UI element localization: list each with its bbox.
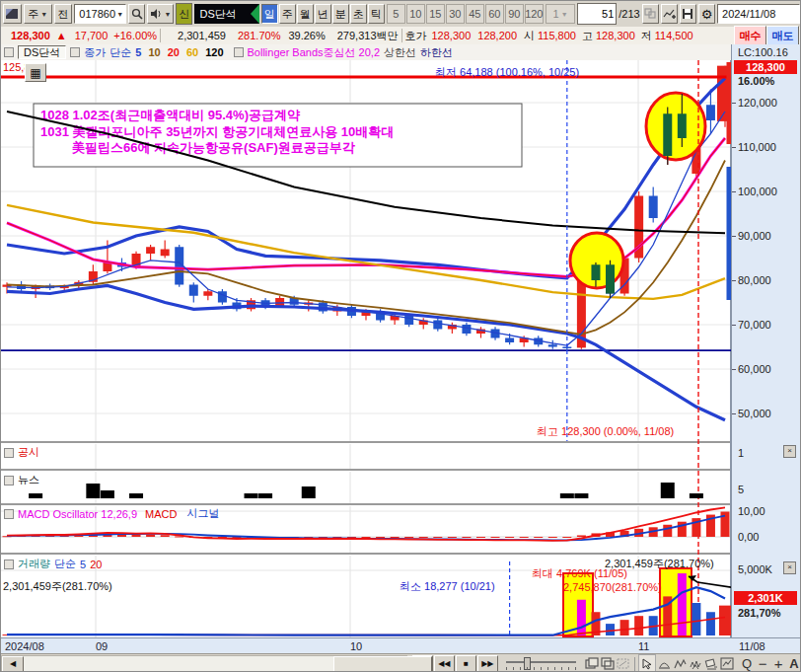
macd-hist-bar — [146, 535, 155, 537]
search-icon[interactable] — [128, 4, 145, 24]
current-volume-chip: 2,301K — [734, 591, 797, 605]
vol-min-note: 최소 18,277 (10/21) — [400, 580, 495, 592]
cascade-windows-icon[interactable] — [584, 655, 600, 672]
period-tab-틱[interactable]: 틱 — [368, 4, 385, 24]
gongsi-panel-header: 공시 — [4, 445, 39, 460]
volume-bar — [606, 624, 615, 635]
panel-toggle-icon[interactable] — [4, 560, 14, 569]
zoom-out-icon[interactable]: − — [755, 655, 770, 672]
legend-toggle-icon[interactable] — [234, 47, 244, 57]
macd-hist-bar — [391, 537, 400, 538]
low-price: 114,500 — [655, 30, 693, 41]
interval-value: 1 — [553, 8, 559, 20]
sound-dropdown[interactable]: ▼ — [147, 4, 174, 24]
volume-bar — [719, 606, 731, 635]
volume-simple-label: 단순 — [54, 557, 76, 571]
prev-stock-button[interactable]: 전 — [54, 4, 73, 24]
trendline-tool-icon[interactable] — [656, 655, 672, 672]
sub-axis-label: 5 — [738, 484, 744, 495]
scrollbar-thumb[interactable] — [333, 656, 432, 672]
sell-button[interactable]: 매도 — [766, 26, 799, 45]
add-chart-icon[interactable] — [661, 4, 678, 24]
candle-body — [505, 338, 514, 343]
volume-ratio: 281.70% — [238, 30, 280, 41]
buy-button[interactable]: 매수 — [734, 26, 766, 45]
price-tick-mark — [732, 236, 736, 237]
tile-windows-icon[interactable] — [600, 655, 616, 672]
stock-name-box[interactable]: DS단석 — [194, 4, 258, 24]
panel-toggle-icon[interactable] — [4, 476, 14, 485]
date-field[interactable]: 2024/11/08 — [717, 4, 800, 24]
playback-button-2[interactable]: ■ — [456, 655, 476, 672]
speed-slider[interactable] — [506, 657, 576, 671]
minute-button-30[interactable]: 30 — [446, 4, 465, 24]
period-tab-년[interactable]: 년 — [315, 4, 331, 24]
macd-hist-bar — [161, 535, 170, 537]
candle-body — [161, 250, 170, 257]
scroll-left-icon[interactable]: ◀ — [2, 656, 24, 672]
chart-settings-icon[interactable] — [719, 655, 735, 672]
macd-hist-bar — [448, 537, 457, 538]
minute-button-90[interactable]: 90 — [505, 4, 524, 24]
price-tick-label: 70,000 — [738, 319, 771, 331]
bollinger-upper-label: 상한선 — [384, 45, 416, 60]
date-label: 11 — [638, 640, 649, 652]
macd-hist-bar — [476, 537, 485, 538]
compare-chart-icon[interactable] — [642, 4, 659, 24]
playback-button-1[interactable]: ◀◀ — [434, 655, 455, 672]
close-panel-icon[interactable]: × — [783, 561, 796, 574]
circled-candle-body — [663, 113, 672, 156]
close-panel-icon[interactable]: × — [783, 445, 796, 458]
stock-code-input[interactable]: 017860▼ — [74, 4, 126, 24]
minute-button-15[interactable]: 15 — [426, 4, 445, 24]
chevron-down-icon: ▼ — [561, 11, 568, 18]
zoom-in-icon[interactable]: + — [770, 655, 786, 672]
magnifier-tool-icon[interactable]: Q — [739, 655, 755, 672]
minute-button-10[interactable]: 10 — [406, 4, 425, 24]
macd-hist-bar — [577, 535, 586, 537]
panel-toggle-icon[interactable] — [4, 509, 14, 519]
minute-button-120[interactable]: 120 — [525, 4, 544, 24]
period-tab-일[interactable]: 일 — [261, 4, 278, 24]
panel-toggle-icon[interactable] — [4, 448, 14, 458]
date-axis[interactable]: 2024/0809101111/08 — [1, 637, 801, 653]
news-bar — [101, 490, 114, 498]
ask-price: 128,200 — [477, 30, 517, 41]
period-tab-분[interactable]: 분 — [332, 4, 349, 24]
text-tool-icon[interactable]: A — [786, 655, 801, 672]
gear-icon[interactable]: ⚙ — [698, 4, 715, 24]
macd-hist-bar — [362, 537, 371, 538]
save-icon[interactable] — [680, 4, 696, 24]
legend-toggle-icon[interactable] — [70, 47, 80, 57]
minute-button-5[interactable]: 5 — [387, 4, 405, 24]
zigzag-tool-icon[interactable] — [672, 655, 688, 672]
chart-plot-area[interactable]: 1028 1.02조(최근매출액대비 95.4%)공급계약1031 美캘리포니아… — [1, 60, 731, 637]
macd-hist-bar — [132, 535, 141, 537]
sub-axis-label: 0,00 — [738, 531, 759, 543]
price-tick-mark — [732, 413, 736, 414]
price-axis[interactable]: LC:100.16 128,300 16.00% 120,000110,0001… — [731, 44, 801, 637]
minute-button-45[interactable]: 45 — [466, 4, 484, 24]
sub-axis-label: 10,00 — [738, 505, 765, 517]
price-tick-mark — [732, 369, 736, 370]
window-switch-icon[interactable] — [3, 4, 22, 24]
stock-type-dropdown[interactable]: 주▼ — [24, 4, 52, 24]
calendar-tool-icon[interactable]: ▦ — [25, 63, 46, 82]
minute-button-60[interactable]: 60 — [485, 4, 504, 24]
legend-toggle-icon[interactable] — [4, 47, 14, 57]
wave-tool-icon[interactable] — [688, 655, 703, 672]
playback-button-3[interactable]: ▶▶ — [477, 655, 498, 672]
period-tab-월[interactable]: 월 — [297, 4, 314, 24]
region-select-icon[interactable] — [616, 655, 631, 672]
period-tab-주[interactable]: 주 — [279, 4, 296, 24]
chart-h-scrollbar[interactable]: ◀ — [1, 655, 407, 672]
sell-label: 매도 — [772, 29, 794, 43]
eraser-tool-icon[interactable] — [703, 655, 719, 672]
pointer-tool-icon[interactable] — [638, 654, 656, 672]
trade-amount: 279,313백만 — [337, 29, 399, 43]
bollinger-label: Bollinger Bands중심선 20,2 — [248, 45, 381, 60]
bar-count-input[interactable] — [577, 3, 617, 25]
macd-hist-bar — [520, 537, 529, 538]
legend-stock-name[interactable]: DS단석 — [18, 45, 66, 59]
period-tab-초[interactable]: 초 — [350, 4, 367, 24]
